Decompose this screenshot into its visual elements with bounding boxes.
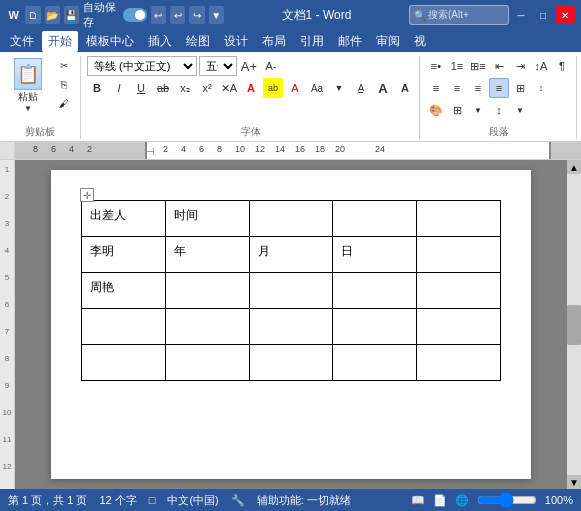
table-cell-2-3[interactable] <box>333 273 417 309</box>
close-button[interactable]: ✕ <box>555 6 575 24</box>
menu-layout[interactable]: 布局 <box>256 31 292 52</box>
table-cell-3-3[interactable] <box>333 309 417 345</box>
table-cell-1-0[interactable]: 李明 <box>82 237 166 273</box>
new-doc-icon[interactable]: 🗋 <box>25 6 40 24</box>
table-cell-4-4[interactable] <box>417 345 501 381</box>
borders-button[interactable]: ⊞ <box>447 100 467 120</box>
align-center-button[interactable]: ≡ <box>447 78 467 98</box>
table-cell-0-2[interactable] <box>249 201 333 237</box>
strikethrough-button[interactable]: ab <box>153 78 173 98</box>
undo2-icon[interactable]: ↩ <box>170 6 185 24</box>
menu-file[interactable]: 文件 <box>4 31 40 52</box>
subscript-button[interactable]: x₂ <box>175 78 195 98</box>
table-cell-4-1[interactable] <box>165 345 249 381</box>
scroll-down-button[interactable]: ▼ <box>567 475 581 489</box>
table-cell-4-0[interactable] <box>82 345 166 381</box>
table-move-handle[interactable]: ✛ <box>80 188 94 202</box>
table-cell-0-3[interactable] <box>333 201 417 237</box>
highlight-button[interactable]: ab <box>263 78 283 98</box>
table-cell-1-3[interactable]: 日 <box>333 237 417 273</box>
redo-icon[interactable]: ↪ <box>189 6 204 24</box>
multilevel-button[interactable]: ⊞≡ <box>468 56 488 76</box>
shading-button[interactable]: 🎨 <box>426 100 446 120</box>
line-spacing-button[interactable]: ↕ <box>489 100 509 120</box>
align-justify-button[interactable]: ≡ <box>489 78 509 98</box>
numbering-button[interactable]: 1≡ <box>447 56 467 76</box>
show-marks-button[interactable]: ¶ <box>552 56 572 76</box>
increase-indent-button[interactable]: ⇥ <box>510 56 530 76</box>
bold-button[interactable]: B <box>87 78 107 98</box>
table-cell-1-2[interactable]: 月 <box>249 237 333 273</box>
table-cell-0-0[interactable]: 出差人 <box>82 201 166 237</box>
open-icon[interactable]: 📂 <box>45 6 60 24</box>
vertical-scrollbar[interactable]: ▲ ▼ <box>567 160 581 489</box>
menu-insert[interactable]: 插入 <box>142 31 178 52</box>
autosave-toggle[interactable]: 自动保存 <box>83 0 147 30</box>
line-spacing-dropdown[interactable]: ▼ <box>510 100 530 120</box>
menu-template[interactable]: 模板中心 <box>80 31 140 52</box>
table-cell-3-0[interactable] <box>82 309 166 345</box>
font-color-button[interactable]: A <box>241 78 261 98</box>
view-mode-print-icon[interactable]: 📄 <box>433 494 447 507</box>
table-cell-3-1[interactable] <box>165 309 249 345</box>
minimize-button[interactable]: ─ <box>511 6 531 24</box>
superscript-button[interactable]: x² <box>197 78 217 98</box>
tab-stop-marker[interactable]: ⊣ <box>143 142 157 159</box>
sort-button[interactable]: ↕A <box>531 56 551 76</box>
zoom-slider[interactable] <box>477 492 537 508</box>
enlarge-button[interactable]: A <box>373 78 393 98</box>
menu-design[interactable]: 设计 <box>218 31 254 52</box>
paste-button[interactable]: 📋 粘贴 ▼ <box>6 56 50 114</box>
scroll-thumb[interactable] <box>567 305 581 345</box>
table-cell-2-4[interactable] <box>417 273 501 309</box>
save-icon[interactable]: 💾 <box>64 6 79 24</box>
format-painter-button[interactable]: 🖌 <box>54 94 74 112</box>
distributed-button[interactable]: ⊞ <box>510 78 530 98</box>
view-mode-web-icon[interactable]: 🌐 <box>455 494 469 507</box>
para-settings-button[interactable]: ↕ <box>531 78 551 98</box>
decrease-indent-button[interactable]: ⇤ <box>489 56 509 76</box>
cut-button[interactable]: ✂ <box>54 56 74 74</box>
italic-button[interactable]: I <box>109 78 129 98</box>
table-cell-4-2[interactable] <box>249 345 333 381</box>
more-quick-icon[interactable]: ▼ <box>209 6 224 24</box>
align-right-button[interactable]: ≡ <box>468 78 488 98</box>
borders-dropdown[interactable]: ▼ <box>468 100 488 120</box>
table-cell-1-1[interactable]: 年 <box>165 237 249 273</box>
view-mode-read-icon[interactable]: 📖 <box>411 494 425 507</box>
table-cell-3-4[interactable] <box>417 309 501 345</box>
copy-button[interactable]: ⎘ <box>54 75 74 93</box>
word-app-icon[interactable]: W <box>6 6 21 24</box>
table-cell-2-2[interactable] <box>249 273 333 309</box>
decrease-font-button[interactable]: A- <box>261 56 281 76</box>
menu-review[interactable]: 审阅 <box>370 31 406 52</box>
font-name-select[interactable]: 等线 (中文正文) <box>87 56 197 76</box>
menu-view[interactable]: 视 <box>408 31 432 52</box>
table-cell-4-3[interactable] <box>333 345 417 381</box>
scroll-up-button[interactable]: ▲ <box>567 160 581 174</box>
font-size-select[interactable]: 五号 <box>199 56 237 76</box>
menu-home[interactable]: 开始 <box>42 31 78 52</box>
font-color2-button[interactable]: A <box>285 78 305 98</box>
menu-ref[interactable]: 引用 <box>294 31 330 52</box>
table-cell-3-2[interactable] <box>249 309 333 345</box>
underline-button[interactable]: U <box>131 78 151 98</box>
clear-format-button[interactable]: ✕A <box>219 78 239 98</box>
menu-mail[interactable]: 邮件 <box>332 31 368 52</box>
pinyin-button[interactable]: A̲ <box>351 78 371 98</box>
align-left-button[interactable]: ≡ <box>426 78 446 98</box>
table-cell-2-0[interactable]: 周艳 <box>82 273 166 309</box>
table-cell-0-4[interactable] <box>417 201 501 237</box>
menu-draw[interactable]: 绘图 <box>180 31 216 52</box>
shrink-button[interactable]: A <box>395 78 415 98</box>
maximize-button[interactable]: □ <box>533 6 553 24</box>
bullets-button[interactable]: ≡• <box>426 56 446 76</box>
aa-dropdown-button[interactable]: ▼ <box>329 78 349 98</box>
increase-font-button[interactable]: A+ <box>239 56 259 76</box>
table-cell-1-4[interactable] <box>417 237 501 273</box>
search-box[interactable]: 🔍 搜索(Alt+ <box>409 5 509 25</box>
table-cell-0-1[interactable]: 时间 <box>165 201 249 237</box>
autosave-switch[interactable] <box>123 8 147 22</box>
table-cell-2-1[interactable] <box>165 273 249 309</box>
uppercase-button[interactable]: Aa <box>307 78 327 98</box>
